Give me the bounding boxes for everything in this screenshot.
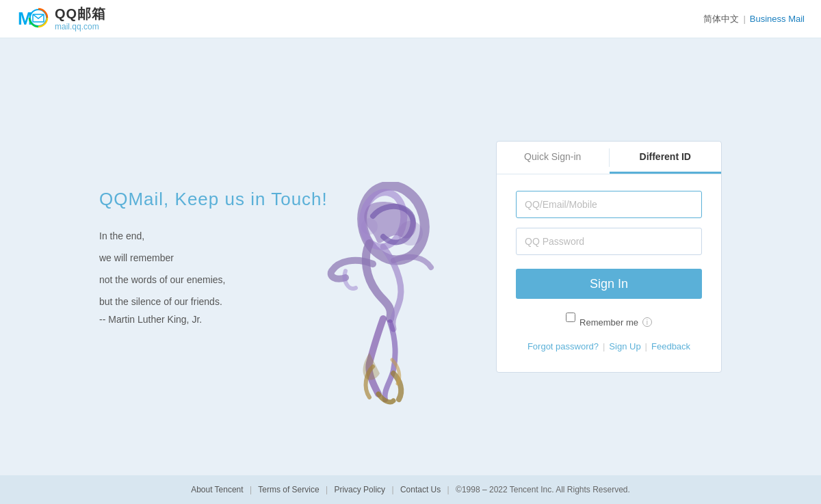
feedback-link[interactable]: Feedback xyxy=(651,341,690,352)
remember-info-icon[interactable]: i xyxy=(642,317,652,327)
qq-email-mobile-input[interactable] xyxy=(516,191,702,218)
logo-qq-label: QQ邮箱 xyxy=(55,5,106,22)
terms-of-service-link[interactable]: Terms of Service xyxy=(258,485,319,494)
main-content: QQMail, Keep us in Touch! In the end, we… xyxy=(0,38,821,475)
logo-area: M QQ邮箱 mail.qq.com xyxy=(16,3,106,36)
password-input[interactable] xyxy=(516,228,702,255)
forgot-password-link[interactable]: Forgot password? xyxy=(527,341,599,352)
remember-me-checkbox[interactable] xyxy=(566,313,575,322)
privacy-policy-link[interactable]: Privacy Policy xyxy=(334,485,385,494)
copyright-text: ©1998 – 2022 Tencent Inc. All Rights Res… xyxy=(456,485,630,494)
footer-pipe-2: | xyxy=(326,485,328,494)
about-tencent-link[interactable]: About Tencent xyxy=(191,485,244,494)
lang-switch-link[interactable]: 简体中文 xyxy=(703,13,739,25)
artwork-illustration xyxy=(304,182,455,408)
sign-in-button[interactable]: Sign In xyxy=(516,269,702,299)
remember-me-label: Remember me xyxy=(579,317,638,328)
svg-point-6 xyxy=(398,221,423,246)
svg-point-7 xyxy=(361,218,378,235)
business-mail-link[interactable]: Business Mail xyxy=(750,14,805,24)
sign-up-link[interactable]: Sign Up xyxy=(609,341,640,352)
nav-divider: | xyxy=(743,14,745,24)
login-form: Sign In Remember me i Forgot password? |… xyxy=(497,174,721,372)
footer: About Tencent | Terms of Service | Priva… xyxy=(0,475,821,504)
header: M QQ邮箱 mail.qq.com 简体中文 | Business Mail xyxy=(0,0,821,38)
login-tabs: Quick Sign-in Different ID xyxy=(497,142,721,174)
footer-pipe-4: | xyxy=(447,485,449,494)
tab-different-id[interactable]: Different ID xyxy=(610,142,722,174)
footer-pipe-3: | xyxy=(391,485,393,494)
content-area: QQMail, Keep us in Touch! In the end, we… xyxy=(68,141,753,373)
contact-us-link[interactable]: Contact Us xyxy=(400,485,441,494)
header-nav: 简体中文 | Business Mail xyxy=(703,13,805,25)
tab-quick-signin[interactable]: Quick Sign-in xyxy=(497,142,609,174)
logo-icon: M xyxy=(16,3,49,36)
login-box: Quick Sign-in Different ID Sign In Remem… xyxy=(496,141,722,373)
left-panel: QQMail, Keep us in Touch! In the end, we… xyxy=(99,189,455,325)
footer-pipe-1: | xyxy=(250,485,252,494)
logo-text-area: QQ邮箱 mail.qq.com xyxy=(55,5,106,31)
logo-url: mail.qq.com xyxy=(55,22,106,31)
remember-row: Remember me i xyxy=(516,313,702,332)
account-links: Forgot password? | Sign Up | Feedback xyxy=(516,341,702,352)
